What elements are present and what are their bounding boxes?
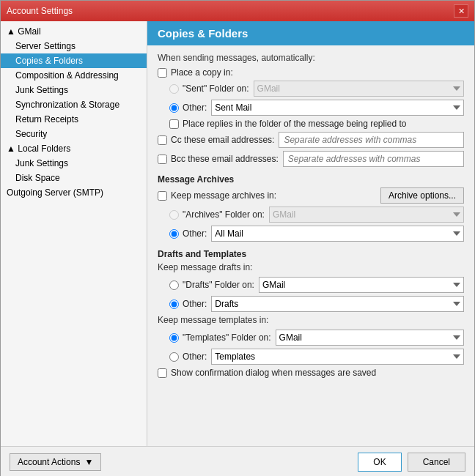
panel-body: When sending messages, automatically: Pl… xyxy=(147,45,474,446)
other-drafts-radio[interactable] xyxy=(169,300,179,309)
drafts-templates-label: Drafts and Templates xyxy=(158,249,464,259)
sidebar-item-junk-settings-lf[interactable]: Junk Settings xyxy=(1,156,147,171)
place-replies-row: Place replies in the folder of the messa… xyxy=(169,119,464,129)
panel-header: Copies & Folders xyxy=(147,21,474,45)
window-title: Account Settings xyxy=(7,6,73,16)
chevron-down-icon: ▼ xyxy=(84,457,93,467)
sidebar-item-return-receipts[interactable]: Return Receipts xyxy=(1,112,147,127)
bcc-row: Bcc these email addresses: xyxy=(158,151,464,167)
sidebar-item-local-folders-group[interactable]: ▲ Local Folders xyxy=(1,141,147,156)
keep-archives-checkbox[interactable] xyxy=(158,191,167,201)
main-panel: Copies & Folders When sending messages, … xyxy=(147,21,474,446)
other-drafts-row: Other: Drafts xyxy=(158,296,464,312)
place-replies-checkbox[interactable] xyxy=(169,119,179,129)
drafts-folder-row: "Drafts" Folder on: GMail xyxy=(158,277,464,293)
show-confirm-row: Show confirmation dialog when messages a… xyxy=(158,368,464,378)
other-templates-dropdown[interactable]: Templates xyxy=(211,349,464,365)
keep-archives-row: Keep message archives in: Archive option… xyxy=(158,187,464,204)
sidebar-item-junk-settings[interactable]: Junk Settings xyxy=(1,83,147,97)
sidebar-item-server-settings[interactable]: Server Settings xyxy=(1,39,147,53)
templates-folder-radio[interactable] xyxy=(169,333,179,343)
title-bar-controls: ✕ xyxy=(454,4,468,18)
other-archives-dropdown[interactable]: All Mail xyxy=(211,226,464,242)
sent-folder-dropdown[interactable]: GMail xyxy=(254,81,464,97)
other-templates-radio[interactable] xyxy=(169,352,179,362)
title-bar: Account Settings ✕ xyxy=(1,1,474,21)
sidebar-item-outgoing-smtp[interactable]: Outgoing Server (SMTP) xyxy=(1,185,147,200)
show-confirm-checkbox[interactable] xyxy=(158,368,167,378)
bottom-bar: Account Actions ▼ OK Cancel xyxy=(1,446,474,476)
templates-folder-dropdown[interactable]: GMail xyxy=(276,330,464,346)
bcc-checkbox[interactable] xyxy=(158,155,167,164)
bcc-input[interactable] xyxy=(283,151,464,167)
cc-input[interactable] xyxy=(279,132,464,148)
cc-checkbox[interactable] xyxy=(158,135,167,145)
ok-button[interactable]: OK xyxy=(358,453,401,472)
other-archives-radio[interactable] xyxy=(169,229,179,239)
main-content: ▲ GMail Server Settings Copies & Folders… xyxy=(1,21,474,446)
place-copy-checkbox[interactable] xyxy=(158,68,167,78)
account-actions-button[interactable]: Account Actions ▼ xyxy=(10,453,101,471)
other-sent-dropdown[interactable]: Sent Mail xyxy=(211,100,464,116)
close-button[interactable]: ✕ xyxy=(454,4,468,18)
sidebar-item-composition-addressing[interactable]: Composition & Addressing xyxy=(1,68,147,83)
dialog-buttons: OK Cancel xyxy=(358,453,465,472)
other-sent-radio[interactable] xyxy=(169,103,179,113)
drafts-folder-dropdown[interactable]: GMail xyxy=(259,277,464,293)
archives-folder-row: "Archives" Folder on: GMail xyxy=(158,207,464,223)
other-drafts-dropdown[interactable]: Drafts xyxy=(211,296,464,312)
cc-row: Cc these email addresses: xyxy=(158,132,464,148)
drafts-folder-radio[interactable] xyxy=(169,280,179,290)
sent-folder-radio[interactable] xyxy=(169,84,179,94)
sidebar-item-sync-storage[interactable]: Synchronization & Storage xyxy=(1,97,147,112)
other-templates-row: Other: Templates xyxy=(158,349,464,365)
sent-folder-row: "Sent" Folder on: GMail xyxy=(158,81,464,97)
account-settings-window: Account Settings ✕ ▲ GMail Server Settin… xyxy=(0,0,475,476)
archive-options-button[interactable]: Archive options... xyxy=(380,187,464,204)
sidebar-item-copies-folders[interactable]: Copies & Folders xyxy=(1,53,147,68)
cancel-button[interactable]: Cancel xyxy=(408,453,465,472)
templates-folder-row: "Templates" Folder on: GMail xyxy=(158,330,464,346)
keep-templates-label: Keep message templates in: xyxy=(158,315,464,325)
sidebar-item-security[interactable]: Security xyxy=(1,127,147,141)
archives-folder-dropdown[interactable]: GMail xyxy=(269,207,464,223)
place-copy-row: Place a copy in: xyxy=(158,67,464,78)
other-archives-row: Other: All Mail xyxy=(158,226,464,242)
other-sent-row: Other: Sent Mail xyxy=(158,100,464,116)
msg-archives-label: Message Archives xyxy=(158,174,464,185)
sidebar-item-disk-space[interactable]: Disk Space xyxy=(1,171,147,185)
sidebar-item-gmail-group[interactable]: ▲ GMail xyxy=(1,24,147,39)
sending-section-title: When sending messages, automatically: xyxy=(158,53,464,63)
keep-drafts-label: Keep message drafts in: xyxy=(158,262,464,272)
archives-folder-radio[interactable] xyxy=(169,210,179,220)
sidebar: ▲ GMail Server Settings Copies & Folders… xyxy=(1,21,147,446)
